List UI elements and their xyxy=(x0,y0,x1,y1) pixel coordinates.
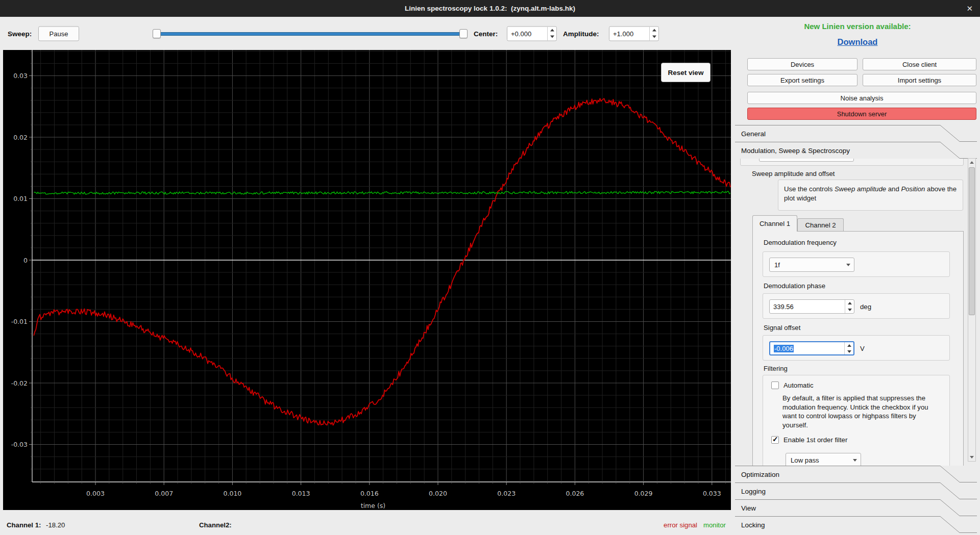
spin-down-icon[interactable] xyxy=(845,307,854,313)
amplitude-spinbox[interactable]: +1.000 xyxy=(609,26,659,41)
amplitude-value[interactable]: +1.000 xyxy=(609,27,649,40)
section-modulation[interactable]: Modulation, Sweep & Spectroscopy xyxy=(735,142,977,159)
signal-offset-unit: V xyxy=(860,336,865,361)
tab-channel-1[interactable]: Channel 1 xyxy=(752,215,797,232)
checkbox-checked-icon[interactable] xyxy=(771,436,779,444)
enable-filter-checkbox-row[interactable]: Enable 1st order filter xyxy=(771,436,847,444)
sweep-amplitude-offset-label: Sweep amplitude and offset xyxy=(752,170,835,177)
svg-text:-0.03: -0.03 xyxy=(11,441,28,448)
info-text-italic: Sweep amplitude xyxy=(835,185,886,193)
spin-arrows[interactable] xyxy=(547,27,556,40)
demod-phase-spinbox[interactable]: 339.56 xyxy=(769,299,854,314)
title-bar: Linien spectroscopy lock 1.0.2: (zynq.al… xyxy=(0,0,980,17)
svg-text:0.026: 0.026 xyxy=(566,490,584,497)
reset-view-button[interactable]: Reset view xyxy=(661,63,710,82)
center-spinbox[interactable]: +0.000 xyxy=(507,26,557,41)
channel1-value: -18.20 xyxy=(46,521,65,528)
noise-analysis-button[interactable]: Noise analysis xyxy=(747,92,976,104)
spin-arrows[interactable] xyxy=(844,342,853,354)
section-locking[interactable]: Locking xyxy=(735,516,977,533)
section-modulation-label: Modulation, Sweep & Spectroscopy xyxy=(741,146,850,154)
enable-filter-label: Enable 1st order filter xyxy=(783,436,847,444)
signal-offset-label: Signal offset xyxy=(764,324,800,332)
automatic-checkbox-row[interactable]: Automatic xyxy=(771,381,814,389)
filter-type-combobox[interactable]: Low pass xyxy=(786,453,861,466)
scrollbar-thumb[interactable] xyxy=(969,167,975,315)
signal-offset-spinbox[interactable]: -0.006 xyxy=(769,341,854,355)
demod-frequency-group: 1f xyxy=(763,251,950,277)
scroll-up-icon[interactable] xyxy=(968,159,975,166)
update-banner: New Linien version available: xyxy=(735,22,980,31)
signal-offset-value[interactable]: -0.006 xyxy=(770,342,844,354)
demod-phase-value[interactable]: 339.56 xyxy=(770,300,845,313)
section-optimization[interactable]: Optimization xyxy=(735,466,977,482)
svg-text:0.02: 0.02 xyxy=(13,134,28,141)
import-settings-button[interactable]: Import settings xyxy=(863,74,976,86)
channel1-label: Channel 1: xyxy=(7,521,41,528)
channel1-tab-page: Demodulation frequency 1f Demodulation p… xyxy=(752,231,964,466)
export-settings-button[interactable]: Export settings xyxy=(747,74,857,86)
spin-arrows[interactable] xyxy=(649,27,658,40)
spin-up-icon[interactable] xyxy=(845,300,854,307)
window-close-icon[interactable]: ✕ xyxy=(966,0,973,17)
section-view[interactable]: View xyxy=(735,499,977,516)
slider-handle-left[interactable] xyxy=(153,29,161,38)
scrolled-combobox-partial[interactable] xyxy=(759,159,854,162)
settings-panel: New Linien version available: Download D… xyxy=(735,17,980,535)
svg-text:0.023: 0.023 xyxy=(497,490,516,497)
modulation-section-content: Sweep amplitude and offset Use the contr… xyxy=(735,159,980,466)
svg-text:-0.02: -0.02 xyxy=(11,379,28,387)
sweep-info-box: Use the controls Sweep amplitude and Pos… xyxy=(778,180,963,211)
demod-frequency-label: Demodulation frequency xyxy=(764,239,837,246)
section-general[interactable]: General xyxy=(735,125,977,142)
panel-scrollbar[interactable] xyxy=(968,158,976,462)
info-text-italic: Position xyxy=(901,185,925,193)
demod-phase-unit: deg xyxy=(860,294,871,319)
selected-text: -0.006 xyxy=(774,345,794,352)
download-link[interactable]: Download xyxy=(838,37,878,46)
tab-channel-2[interactable]: Channel 2 xyxy=(797,218,844,232)
center-value[interactable]: +0.000 xyxy=(507,27,547,40)
sweep-label: Sweep: xyxy=(8,30,32,37)
spin-down-icon[interactable] xyxy=(548,34,556,41)
spin-up-icon[interactable] xyxy=(548,27,556,34)
svg-text:0.03: 0.03 xyxy=(13,72,28,80)
svg-text:0.029: 0.029 xyxy=(634,490,653,497)
demod-frequency-combobox[interactable]: 1f xyxy=(769,258,854,272)
spin-down-icon[interactable] xyxy=(845,348,853,354)
signal-plot[interactable]: 0.0030.0070.0100.0130.0160.0200.0230.026… xyxy=(3,50,731,510)
spin-down-icon[interactable] xyxy=(650,34,658,41)
plot-legend: error signal monitor xyxy=(664,521,726,528)
info-text: and xyxy=(886,185,901,193)
pause-button[interactable]: Pause xyxy=(38,26,79,41)
window-title: Linien spectroscopy lock 1.0.2: (zynq.al… xyxy=(405,5,575,12)
amplitude-label: Amplitude: xyxy=(563,30,599,37)
slider-handle-right[interactable] xyxy=(459,29,468,38)
scroll-down-icon[interactable] xyxy=(968,453,975,461)
svg-text:0.007: 0.007 xyxy=(155,490,173,497)
section-logging[interactable]: Logging xyxy=(735,482,977,499)
sweep-range-slider[interactable] xyxy=(153,29,467,39)
spin-up-icon[interactable] xyxy=(650,27,658,34)
chevron-down-icon xyxy=(843,258,854,271)
devices-button[interactable]: Devices xyxy=(747,58,857,70)
info-text: Use the controls xyxy=(784,185,835,193)
filtering-description: By default, a filter is applied that sup… xyxy=(782,394,943,429)
svg-text:0.020: 0.020 xyxy=(429,490,447,497)
plot-canvas[interactable]: 0.0030.0070.0100.0130.0160.0200.0230.026… xyxy=(3,50,731,510)
signal-offset-group: -0.006 V xyxy=(763,335,950,361)
shutdown-server-button[interactable]: Shutdown server xyxy=(747,108,976,120)
close-client-button[interactable]: Close client xyxy=(863,58,976,70)
section-locking-label: Locking xyxy=(741,521,765,528)
slider-track[interactable] xyxy=(153,32,467,36)
filtering-group: Automatic By default, a filter is applie… xyxy=(763,375,950,466)
spin-up-icon[interactable] xyxy=(845,342,853,348)
section-optimization-label: Optimization xyxy=(741,470,779,478)
status-bar: Channel 1: -18.20 Channel2: error signal… xyxy=(0,514,735,535)
section-view-label: View xyxy=(741,504,756,512)
demod-phase-label: Demodulation phase xyxy=(764,282,825,290)
spin-arrows[interactable] xyxy=(845,300,854,313)
svg-text:0.013: 0.013 xyxy=(292,490,310,497)
checkbox-unchecked-icon[interactable] xyxy=(771,381,779,389)
demod-frequency-value: 1f xyxy=(770,258,843,271)
